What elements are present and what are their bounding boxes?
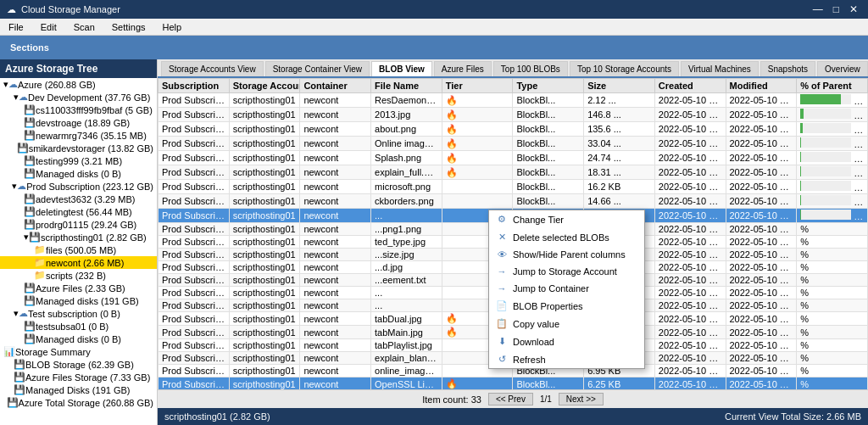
titlebar-controls: — □ ✕ (810, 3, 861, 15)
tree-item[interactable]: 💾 Azure Files (2.33 GB) (0, 282, 157, 294)
table-cell: Prod Subscription (159, 223, 230, 236)
tree-item-label: Azure (260.88 GB) (18, 80, 96, 90)
tree-item[interactable]: 💾 Managed Disks (191 GB) (0, 383, 157, 396)
table-cell: ...png1.png (371, 223, 442, 236)
disk-icon: 💾 (29, 232, 41, 243)
tree-item[interactable]: 💾 deletingtest (56.44 MB) (0, 205, 157, 218)
prev-button[interactable]: << Prev (488, 393, 533, 405)
ctx-label: Delete selected BLOBs (513, 232, 609, 243)
column-header[interactable]: Storage Account (229, 79, 300, 93)
disk-icon: 💾 (17, 143, 29, 154)
table-cell: 🔥 (442, 165, 513, 180)
close-button[interactable]: ✕ (846, 3, 861, 15)
titlebar: ☁ Cloud Storage Manager — □ ✕ (0, 0, 868, 19)
menu-settings[interactable]: Settings (107, 20, 151, 34)
context-menu-item[interactable]: ⚙Change Tier (489, 210, 644, 228)
table-cell: 2022-05-10 05:4... (654, 352, 726, 365)
maximize-button[interactable]: □ (830, 3, 843, 15)
column-header[interactable]: Container (300, 79, 371, 93)
context-menu-item[interactable]: →Jump to Container (489, 280, 644, 297)
tree-item[interactable]: 💾 adevtest3632 (3.29 MB) (0, 193, 157, 205)
tree-item[interactable]: 💾 prodrg01115 (29.24 GB) (0, 218, 157, 231)
column-header[interactable]: Modified (726, 79, 797, 93)
ctx-icon: 📄 (496, 300, 508, 311)
table-cell: 2022-05-10 05:4... (654, 377, 726, 390)
tree-item[interactable]: 💾 smikardevstorager (13.82 GB) (0, 142, 157, 154)
tree-item[interactable]: 💾 testsubsa01 (0 B) (0, 320, 157, 333)
tree-item[interactable]: 💾 Azure Total Storage (260.88 GB) (0, 396, 157, 409)
tree-item[interactable]: 💾 Azure Files Storage (7.33 GB) (0, 371, 157, 383)
tab-storage-accounts-view[interactable]: Storage Accounts View (161, 61, 264, 76)
column-header[interactable]: Tier (442, 79, 513, 93)
tab-azure-files[interactable]: Azure Files (434, 61, 492, 76)
column-header[interactable]: File Name (371, 79, 442, 93)
tree-item[interactable]: 📊 Storage Summary (0, 345, 157, 358)
tab-blob-view[interactable]: BLOB View (371, 61, 432, 78)
table-cell: BlockBl... (513, 165, 584, 180)
tab-snapshots[interactable]: Snapshots (760, 61, 815, 76)
tree-item[interactable]: 💾 Managed disks (0 B) (0, 333, 157, 345)
table-container[interactable]: SubscriptionStorage AccountContainerFile… (158, 78, 868, 389)
menu-file[interactable]: File (3, 20, 29, 34)
table-cell: Prod Subscription (159, 299, 230, 312)
table-row[interactable]: Prod Subscriptionscripthosting01newcontR… (159, 93, 868, 108)
column-header[interactable]: % of Parent (797, 79, 868, 93)
table-cell: newcont (300, 299, 371, 312)
column-header[interactable]: Created (654, 79, 726, 93)
menu-scan[interactable]: Scan (69, 20, 100, 34)
tree-item[interactable]: 💾 testing999 (3.21 MB) (0, 154, 157, 167)
tree-item[interactable]: 💾 BLOB Storage (62.39 GB) (0, 358, 157, 371)
table-row[interactable]: Prod Subscriptionscripthosting01newcontO… (159, 377, 868, 390)
tree-item[interactable]: ▾ 💾 scripthosting01 (2.82 GB) (0, 231, 157, 243)
table-row[interactable]: Prod Subscriptionscripthosting01newcontc… (159, 194, 868, 209)
table-row[interactable]: Prod Subscriptionscripthosting01newcontm… (159, 180, 868, 194)
table-row[interactable]: Prod Subscriptionscripthosting01newcontS… (159, 151, 868, 165)
table-cell: BlockBl... (513, 137, 584, 151)
table-cell: newcont (300, 180, 371, 194)
tree-item[interactable]: 💾 newarmrg7346 (35.15 MB) (0, 129, 157, 142)
context-menu-item[interactable]: ↺Refresh (489, 350, 644, 368)
tree-item[interactable]: ▾ ☁ Test subscription (0 B) (0, 307, 157, 320)
tree-item[interactable]: ▾ ☁ Prod Subscription (223.12 GB) (0, 180, 157, 193)
context-menu-item[interactable]: 👁Show/Hide Parent columns (489, 246, 644, 263)
context-menu-item[interactable]: ⬇Download (489, 333, 644, 350)
minimize-button[interactable]: — (810, 3, 826, 15)
tab-top-10-storage-accounts[interactable]: Top 10 Storage Accounts (570, 61, 679, 76)
tree-item[interactable]: ▾ ☁ Dev Development (37.76 GB) (0, 91, 157, 103)
status-left: scripthosting01 (2.82 GB) (164, 411, 270, 422)
tree-item[interactable]: 📁 newcont (2.66 MB) (0, 256, 157, 269)
tab-overview[interactable]: Overview (817, 61, 868, 76)
context-menu-item[interactable]: 📋Copy value (489, 315, 644, 333)
page-info: 1/1 (540, 394, 552, 404)
table-cell: 146.8 ... (584, 108, 655, 122)
next-button[interactable]: Next >> (559, 393, 604, 405)
tab-top-100-blobs[interactable]: Top 100 BLOBs (493, 61, 568, 76)
tree-item[interactable]: ▾ ☁ Azure (260.88 GB) (0, 78, 157, 91)
tree-item[interactable]: 📁 files (500.05 MB) (0, 243, 157, 256)
table-row[interactable]: Prod Subscriptionscripthosting01newconta… (159, 122, 868, 137)
table-cell: scripthosting01 (229, 365, 300, 377)
menu-help[interactable]: Help (158, 20, 187, 34)
table-row[interactable]: Prod Subscriptionscripthosting01newcontO… (159, 137, 868, 151)
tree-item[interactable]: 📁 scripts (232 B) (0, 269, 157, 282)
tree-item-label: Storage Summary (15, 347, 91, 357)
tab-virtual-machines[interactable]: Virtual Machines (681, 61, 759, 76)
table-cell: newcont (300, 165, 371, 180)
column-header[interactable]: Type (513, 79, 584, 93)
tree-item[interactable]: 💾 devstroage (18.89 GB) (0, 116, 157, 129)
tree-item[interactable]: 💾 Managed disks (191 GB) (0, 294, 157, 307)
table-cell: ...eement.txt (371, 274, 442, 287)
tab-storage-container-view[interactable]: Storage Container View (265, 61, 370, 76)
context-menu-item[interactable]: 📄BLOB Properties (489, 297, 644, 315)
menu-edit[interactable]: Edit (36, 20, 62, 34)
context-menu-item[interactable]: →Jump to Storage Account (489, 263, 644, 280)
column-header[interactable]: Subscription (159, 79, 230, 93)
context-menu-item[interactable]: ✕Delete selected BLOBs (489, 228, 644, 246)
table-row[interactable]: Prod Subscriptionscripthosting01newcont2… (159, 108, 868, 122)
tree-item[interactable]: 💾 Managed disks (0 B) (0, 167, 157, 180)
table-cell: Prod Subscription (159, 194, 230, 209)
table-cell: scripthosting01 (229, 137, 300, 151)
tree-item[interactable]: 💾 cs110033fff99fb9fbaf (5 GB) (0, 103, 157, 116)
column-header[interactable]: Size (584, 79, 655, 93)
table-row[interactable]: Prod Subscriptionscripthosting01newconte… (159, 165, 868, 180)
